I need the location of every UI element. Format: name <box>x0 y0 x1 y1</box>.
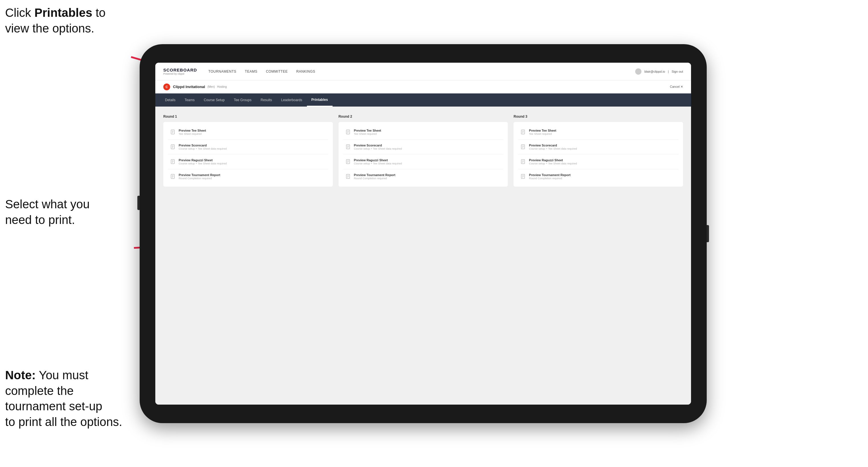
r2-report-title: Preview Tournament Report <box>354 173 396 177</box>
r2-scorecard-sub: Course setup + Tee Sheet data required <box>354 147 402 150</box>
r2-tee-sub: Tee Sheet required <box>354 132 381 135</box>
round-1-card: Preview Tee Sheet Tee Sheet required Pre… <box>163 122 333 187</box>
r3-scorecard-sub: Course setup + Tee Sheet data required <box>529 147 577 150</box>
separator: | <box>668 70 669 73</box>
round-1-section: Round 1 Preview Tee Sheet Tee Sheet requ… <box>163 115 333 187</box>
nav-links: TOURNAMENTS TEAMS COMMITTEE RANKINGS <box>208 68 635 75</box>
round-2-tee-sheet[interactable]: Preview Tee Sheet Tee Sheet required <box>343 126 503 138</box>
user-avatar <box>635 68 642 75</box>
round-3-card: Preview Tee Sheet Tee Sheet required Pre… <box>514 122 683 187</box>
tablet-frame: SCOREBOARD Powered by clippd TOURNAMENTS… <box>140 44 707 423</box>
divider <box>343 169 503 169</box>
logo-title: SCOREBOARD <box>163 67 197 72</box>
document-icon <box>345 144 351 150</box>
nav-rankings[interactable]: RANKINGS <box>297 68 315 75</box>
round-3-tee-sheet[interactable]: Preview Tee Sheet Tee Sheet required <box>518 126 679 138</box>
r3-report-sub: Round Completion required <box>529 177 570 180</box>
r2-raguzzi-title: Preview Raguzzi Sheet <box>354 158 402 162</box>
user-email: blair@clippd.io <box>644 70 665 73</box>
round-2-tournament-report[interactable]: Preview Tournament Report Round Completi… <box>343 170 503 183</box>
top-nav: SCOREBOARD Powered by clippd TOURNAMENTS… <box>155 63 691 80</box>
round-2-card: Preview Tee Sheet Tee Sheet required Pre… <box>339 122 508 187</box>
sign-out-link[interactable]: Sign out <box>672 70 683 73</box>
document-icon <box>170 129 176 135</box>
tab-tee-groups[interactable]: Tee Groups <box>229 93 256 106</box>
round-1-tournament-report[interactable]: Preview Tournament Report Round Completi… <box>168 170 328 183</box>
document-icon <box>170 174 176 180</box>
tab-teams[interactable]: Teams <box>180 93 199 106</box>
round-2-scorecard[interactable]: Preview Scorecard Course setup + Tee She… <box>343 141 503 153</box>
r1-scorecard-sub: Course setup + Tee Sheet data required <box>179 147 227 150</box>
r1-scorecard-title: Preview Scorecard <box>179 144 227 147</box>
tournament-name: Clippd Invitational <box>173 85 205 89</box>
r1-raguzzi-title: Preview Raguzzi Sheet <box>179 158 227 162</box>
document-icon <box>170 159 176 165</box>
round-3-scorecard[interactable]: Preview Scorecard Course setup + Tee She… <box>518 141 679 153</box>
document-icon <box>520 159 526 165</box>
tablet-power-button <box>707 225 709 242</box>
nav-teams[interactable]: TEAMS <box>245 68 257 75</box>
nav-tournaments[interactable]: TOURNAMENTS <box>208 68 236 75</box>
r1-raguzzi-sub: Course setup + Tee Sheet data required <box>179 162 227 165</box>
tab-leaderboards[interactable]: Leaderboards <box>276 93 307 106</box>
tab-details[interactable]: Details <box>160 93 180 106</box>
round-1-tee-sheet[interactable]: Preview Tee Sheet Tee Sheet required <box>168 126 328 138</box>
divider <box>343 154 503 154</box>
round-3-title: Round 3 <box>514 115 683 119</box>
divider <box>518 154 679 154</box>
tablet-screen: SCOREBOARD Powered by clippd TOURNAMENTS… <box>155 63 691 405</box>
r1-report-sub: Round Completion required <box>179 177 220 180</box>
r3-raguzzi-title: Preview Raguzzi Sheet <box>529 158 577 162</box>
main-content: Round 1 Preview Tee Sheet Tee Sheet requ… <box>155 106 691 405</box>
round-2-title: Round 2 <box>339 115 508 119</box>
r1-tee-sub: Tee Sheet required <box>179 132 206 135</box>
r3-report-title: Preview Tournament Report <box>529 173 570 177</box>
tournament-status: Hosting <box>217 85 227 88</box>
divider <box>168 169 328 169</box>
r2-report-sub: Round Completion required <box>354 177 396 180</box>
round-3-tournament-report[interactable]: Preview Tournament Report Round Completi… <box>518 170 679 183</box>
rounds-grid: Round 1 Preview Tee Sheet Tee Sheet requ… <box>163 115 683 187</box>
r1-tee-title: Preview Tee Sheet <box>179 129 206 132</box>
cancel-button[interactable]: Cancel ✕ <box>670 85 683 89</box>
r1-report-title: Preview Tournament Report <box>179 173 220 177</box>
tab-course-setup[interactable]: Course Setup <box>199 93 229 106</box>
r3-tee-title: Preview Tee Sheet <box>529 129 556 132</box>
tablet-volume-button <box>137 196 140 210</box>
r3-raguzzi-sub: Course setup + Tee Sheet data required <box>529 162 577 165</box>
r3-tee-sub: Tee Sheet required <box>529 132 556 135</box>
round-1-raguzzi[interactable]: Preview Raguzzi Sheet Course setup + Tee… <box>168 156 328 168</box>
tab-bar: Details Teams Course Setup Tee Groups Re… <box>155 93 691 106</box>
note-bold: Note: <box>5 368 36 382</box>
round-3-raguzzi[interactable]: Preview Raguzzi Sheet Course setup + Tee… <box>518 156 679 168</box>
document-icon <box>345 174 351 180</box>
document-icon <box>345 159 351 165</box>
r2-raguzzi-sub: Course setup + Tee Sheet data required <box>354 162 402 165</box>
printables-bold: Printables <box>34 6 92 20</box>
nav-right: blair@clippd.io | Sign out <box>635 68 683 75</box>
document-icon <box>520 144 526 150</box>
tab-results[interactable]: Results <box>256 93 276 106</box>
r3-scorecard-title: Preview Scorecard <box>529 144 577 147</box>
round-2-section: Round 2 Preview Tee Sheet Tee Sheet requ… <box>339 115 508 187</box>
logo-subtitle: Powered by clippd <box>163 72 197 75</box>
round-3-section: Round 3 Preview Tee Sheet Tee Sheet requ… <box>514 115 683 187</box>
document-icon <box>345 129 351 135</box>
round-1-scorecard[interactable]: Preview Scorecard Course setup + Tee She… <box>168 141 328 153</box>
nav-committee[interactable]: COMMITTEE <box>266 68 288 75</box>
tab-printables[interactable]: Printables <box>307 93 333 106</box>
logo-area: SCOREBOARD Powered by clippd <box>163 67 197 75</box>
round-1-title: Round 1 <box>163 115 333 119</box>
tournament-badge: (Men) <box>208 85 215 88</box>
divider <box>168 154 328 154</box>
document-icon <box>170 144 176 150</box>
annotation-top: Click Printables toview the options. <box>5 5 105 36</box>
tournament-bar: C Clippd Invitational (Men) Hosting Canc… <box>155 80 691 93</box>
divider <box>518 169 679 169</box>
document-icon <box>520 174 526 180</box>
tournament-logo: C <box>163 84 170 90</box>
annotation-bottom: Note: You mustcomplete thetournament set… <box>5 368 122 430</box>
r2-scorecard-title: Preview Scorecard <box>354 144 402 147</box>
round-2-raguzzi[interactable]: Preview Raguzzi Sheet Course setup + Tee… <box>343 156 503 168</box>
r2-tee-title: Preview Tee Sheet <box>354 129 381 132</box>
